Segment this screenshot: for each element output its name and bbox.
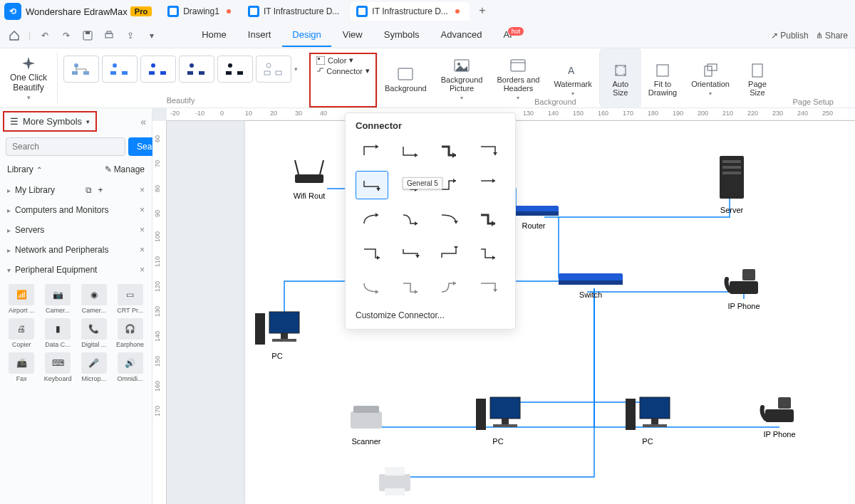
search-input[interactable] [6,137,125,156]
conn-general-1[interactable] [356,137,388,165]
more-symbols-button[interactable]: ☰ More Symbols ▾ [3,111,97,132]
menu-view[interactable]: View [333,23,373,47]
theme-swatch-4[interactable] [179,56,214,83]
conn-curved-3[interactable] [433,205,466,233]
conn-curved-4[interactable] [472,205,505,233]
shape-fax[interactable]: 📠Fax [4,351,39,384]
connector-dropdown[interactable]: Connector▾ [316,66,370,75]
lib-peripheral[interactable]: Peripheral Equipment× [0,260,152,280]
conn-style-9[interactable] [356,239,388,268]
conn-general-2[interactable] [395,137,428,165]
menu-home[interactable]: Home [192,23,237,47]
node-router[interactable]: Router [509,203,559,230]
shape-camera-2[interactable]: ◉Camer... [77,283,112,315]
remove-icon[interactable]: × [140,185,145,195]
save-icon[interactable] [81,28,95,43]
conn-style-13[interactable] [356,273,388,302]
share-button[interactable]: ⋔ Share [816,31,848,41]
lib-network[interactable]: Network and Peripherals× [0,240,152,260]
conn-general-4[interactable] [472,137,505,165]
collapse-sidebar-icon[interactable]: « [140,116,146,127]
conn-style-14[interactable] [395,273,428,302]
auto-size-button[interactable]: Auto Size [600,48,641,107]
home-icon[interactable] [7,28,21,43]
shape-keyboard[interactable]: ⌨Keyboard [41,351,76,384]
node-pc-1[interactable]: PC [252,306,302,360]
printer-icon [373,463,416,498]
tab-it-infra-2[interactable]: IT Infrastructure D... [351,2,469,21]
conn-general-5[interactable] [356,171,388,199]
conn-style-10[interactable] [395,239,428,268]
shape-omnidi[interactable]: 🔊Omnidi... [113,351,147,384]
connector-grid [346,137,515,302]
menu-advanced[interactable]: Advanced [431,23,492,47]
conn-general-3[interactable] [433,137,466,165]
add-tab-button[interactable]: + [474,2,491,19]
theme-swatch-3[interactable] [140,56,176,83]
remove-icon[interactable]: × [140,245,145,255]
conn-style-15[interactable] [433,273,466,302]
shape-earphone[interactable]: 🎧Earphone [113,317,147,350]
lib-servers[interactable]: Servers× [0,220,152,240]
more-icon[interactable]: ▾ [145,28,159,43]
page-size-button[interactable]: Page Size [737,48,778,107]
color-dropdown[interactable]: Color▾ [316,56,370,65]
node-ipphone-2[interactable]: IP Phone [758,392,801,439]
add-icon[interactable]: + [98,185,103,195]
menu-design[interactable]: Design [282,23,331,47]
customize-connector-button[interactable]: Customize Connector... [346,302,515,323]
remove-icon[interactable]: × [140,265,145,275]
export-icon[interactable]: ⇪ [123,28,138,43]
tab-it-infra-1[interactable]: IT Infrastructure D... [242,2,349,21]
conn-style-12[interactable] [472,239,505,268]
switch-icon [559,271,623,288]
menu-insert[interactable]: Insert [238,23,281,47]
node-wifi-router[interactable]: Wifi Rout [288,153,331,200]
theme-swatch-2[interactable] [102,56,138,83]
shape-airport[interactable]: 📶Airport ... [4,283,39,315]
node-pc-3[interactable]: PC [623,392,673,446]
menu-ai[interactable]: AIhot [493,23,534,47]
node-printer[interactable] [373,463,416,501]
conn-curved-1[interactable] [356,205,388,233]
shape-camera-1[interactable]: 📷Camer... [41,283,76,315]
publish-button[interactable]: ↗ Publish [771,31,809,41]
node-server[interactable]: Server [715,153,748,214]
one-click-beautify-button[interactable]: One Click Beautify ▾ [0,48,57,107]
shape-datac[interactable]: ▮Data C... [41,317,76,350]
bg-picture-button[interactable]: Background Picture▾ [434,48,490,107]
shape-microphone[interactable]: 🎤Microp... [77,351,112,384]
theme-swatch-6[interactable] [256,56,291,83]
lib-computers[interactable]: Computers and Monitors× [0,200,152,220]
orientation-button[interactable]: Orientation▾ [684,48,737,107]
node-pc-2[interactable]: PC [473,392,523,446]
undo-icon[interactable]: ↶ [38,28,52,43]
pin-icon[interactable]: ⧉ [86,185,92,195]
collapse-up-icon[interactable]: ⌃ [36,166,42,174]
shape-digital[interactable]: 📞Digital ... [77,317,112,350]
tab-drawing1[interactable]: Drawing1 [162,2,241,21]
conn-style-11[interactable] [433,239,466,268]
theme-more-icon[interactable]: ▾ [294,65,298,73]
fit-drawing-button[interactable]: Fit to Drawing [641,48,684,107]
redo-icon[interactable]: ↷ [59,28,73,43]
lib-my-library[interactable]: My Library⧉+× [0,180,152,200]
node-switch[interactable]: Switch [559,271,623,299]
shape-copier[interactable]: 🖨Copier [4,317,39,350]
menu-symbols[interactable]: Symbols [374,23,430,47]
manage-button[interactable]: ✎Manage [105,164,145,174]
conn-curved-2[interactable] [395,205,428,233]
remove-icon[interactable]: × [140,205,145,215]
shape-crt[interactable]: ▭CRT Pr... [113,283,147,315]
conn-style-16[interactable] [472,273,505,302]
background-button[interactable]: Background [378,48,434,107]
theme-swatch-1[interactable] [63,56,99,83]
theme-swatch-5[interactable] [217,56,253,83]
conn-general-8[interactable] [472,171,505,199]
remove-icon[interactable]: × [140,225,145,235]
node-scanner[interactable]: Scanner [345,399,388,446]
drawing-canvas[interactable]: Wifi Rout Router Server Switch IP Phone … [245,121,855,504]
print-icon[interactable] [102,28,116,43]
ruler-tick: 110 [154,256,161,267]
node-ipphone-1[interactable]: IP Phone [722,263,765,310]
